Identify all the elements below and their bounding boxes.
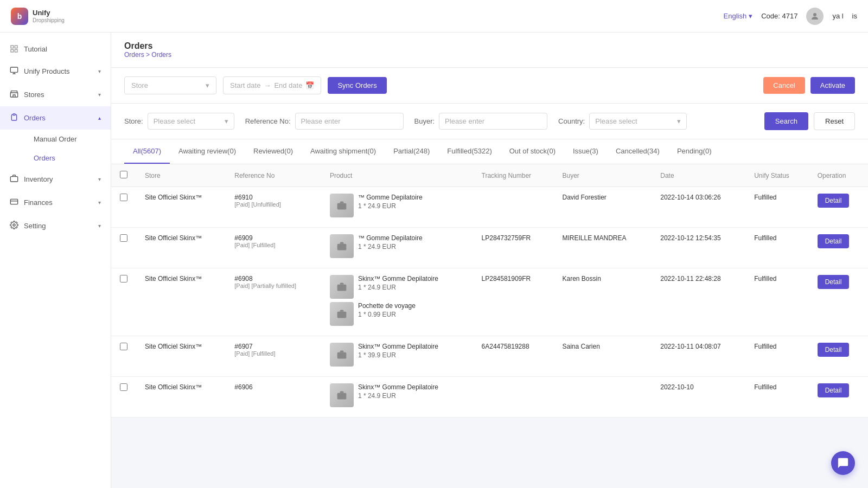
sidebar-item-unify-products[interactable]: Unify Products ▾ [0,60,111,83]
store-filter-label: Store: [124,117,143,125]
gear-icon [10,221,18,231]
col-Store: Store [136,164,226,187]
ref-cell: #6906 [226,377,321,418]
svg-rect-3 [11,49,14,52]
logo-text: Unify Dropshipping [33,9,65,23]
tracking-cell [473,187,554,228]
operation-cell: Detail [809,228,868,268]
page-title: Orders [124,41,171,51]
col-Unify Status: Unify Status [745,164,809,187]
buyer-cell: Saina Carien [553,336,652,377]
row-checkbox[interactable] [120,343,127,350]
product-cell: ™ Gomme Depilatoire 1 * 24.9 EUR [321,187,473,228]
sidebar-item-orders-expand[interactable]: Orders ▴ [0,106,111,130]
tab-awaiting-shipment-0-[interactable]: Awaiting shipment(0) [302,139,385,164]
logo: b Unify Dropshipping [11,8,65,25]
store-cell: Site Officiel Skinx™ [136,336,226,377]
ref-cell: #6910[Paid] [Unfulfilled] [226,187,321,228]
sidebar-label-orders: Orders [24,114,46,122]
row-checkbox[interactable] [120,234,127,242]
table-row: Site Officiel Skinx™#6910[Paid] [Unfulfi… [111,187,868,228]
tab-awaiting-review-0-[interactable]: Awaiting review(0) [170,139,245,164]
ref-cell: #6909[Paid] [Fulfilled] [226,228,321,268]
sidebar-item-setting[interactable]: Setting ▾ [0,214,111,237]
table-row: Site Officiel Skinx™#6909[Paid] [Fulfill… [111,228,868,268]
buyer-filter-input[interactable] [439,113,547,130]
status-cell: Fulfilled [745,336,809,377]
cancel-button[interactable]: Cancel [763,77,805,94]
sidebar-sub-manual-order[interactable]: Manual Order [24,130,111,149]
store-cell: Site Officiel Skinx™ [136,187,226,228]
detail-button[interactable]: Detail [818,383,850,397]
chevron-down-icon: ▾ [98,68,101,74]
date-range-picker[interactable]: Start date → End date 📅 [223,76,321,94]
layout: Tutorial Unify Products ▾ Stores ▾ [0,33,868,488]
svg-point-9 [13,224,15,226]
country-filter-group: Country: Please select ▾ [558,113,687,130]
detail-button[interactable]: Detail [818,275,850,289]
operation-cell: Detail [809,187,868,228]
tabs-container: All(5607)Awaiting review(0)Reviewed(0)Aw… [111,139,868,164]
status-cell: Fulfilled [745,228,809,268]
sidebar-item-finances[interactable]: Finances ▾ [0,191,111,214]
country-filter-label: Country: [558,117,585,125]
sidebar-item-stores[interactable]: Stores ▾ [0,83,111,106]
language-selector[interactable]: English ▾ [724,12,753,20]
product-cell: Skinx™ Gomme Depilatoire 1 * 39.9 EUR [321,336,473,377]
product-cell: Skinx™ Gomme Depilatoire 1 * 24.9 EUR Po… [321,268,473,336]
status-cell: Fulfilled [745,377,809,418]
store-cell: Site Officiel Skinx™ [136,377,226,418]
col-Product: Product [321,164,473,187]
filter-actions: Search Reset [764,112,855,130]
table-body: Site Officiel Skinx™#6910[Paid] [Unfulfi… [111,187,868,418]
tracking-cell: LP284732759FR [473,228,554,268]
select-all-checkbox[interactable] [120,171,127,178]
tab-pending-0-[interactable]: Pending(0) [668,139,720,164]
ref-cell: #6907[Paid] [Fulfilled] [226,336,321,377]
chevron-down-icon: ▾ [98,92,101,98]
detail-button[interactable]: Detail [818,343,850,357]
col-checkbox [111,164,136,187]
table-row: Site Officiel Skinx™#6908[Paid] [Partial… [111,268,868,336]
tab-partial-248-[interactable]: Partial(248) [385,139,438,164]
sidebar-label-tutorial: Tutorial [24,45,47,53]
ref-filter-input[interactable] [295,113,404,130]
detail-button[interactable]: Detail [818,234,850,248]
svg-rect-2 [15,46,17,48]
row-checkbox[interactable] [120,275,127,282]
row-checkbox[interactable] [120,194,127,201]
reset-button[interactable]: Reset [814,112,855,130]
sidebar-sub-orders[interactable]: Orders [24,149,111,168]
chat-widget[interactable] [831,451,855,475]
avatar[interactable] [806,8,824,25]
buyer-cell: Karen Bossin [553,268,652,336]
date-cell: 2022-10-14 03:06:26 [652,187,745,228]
table-header: StoreReference NoProductTracking NumberB… [111,164,868,187]
country-filter-select[interactable]: Please select ▾ [589,113,687,130]
col-Buyer: Buyer [553,164,652,187]
action-buttons: Cancel Activate [763,77,855,94]
col-Tracking Number: Tracking Number [473,164,554,187]
search-button[interactable]: Search [764,112,808,130]
orders-icon [10,113,18,123]
sync-orders-button[interactable]: Sync Orders [328,77,386,94]
row-checkbox[interactable] [120,383,127,391]
tab-cancelled-34-[interactable]: Cancelled(34) [607,139,668,164]
tab-issue-3-[interactable]: Issue(3) [564,139,607,164]
inventory-icon [10,174,18,184]
activate-button[interactable]: Activate [810,77,855,94]
sidebar-label-unify-products: Unify Products [24,67,70,75]
detail-button[interactable]: Detail [818,194,850,208]
tab-out-of-stock-0-[interactable]: Out of stock(0) [501,139,564,164]
date-cell: 2022-10-11 22:48:28 [652,268,745,336]
tab-reviewed-0-[interactable]: Reviewed(0) [245,139,302,164]
tab-all-5607-[interactable]: All(5607) [124,139,170,164]
store-dropdown-top[interactable]: Store ▾ [124,76,216,94]
tab-fulfilled-5322-[interactable]: Fulfilled(5322) [438,139,500,164]
sidebar-item-inventory[interactable]: Inventory ▾ [0,168,111,191]
top-filter-bar: Store ▾ Start date → End date 📅 Sync Ord… [111,68,868,104]
chevron-down-icon: ▾ [749,12,752,20]
username: ya l [832,12,843,20]
store-filter-select[interactable]: Please select ▾ [148,113,234,130]
sidebar-item-tutorial[interactable]: Tutorial [0,38,111,60]
